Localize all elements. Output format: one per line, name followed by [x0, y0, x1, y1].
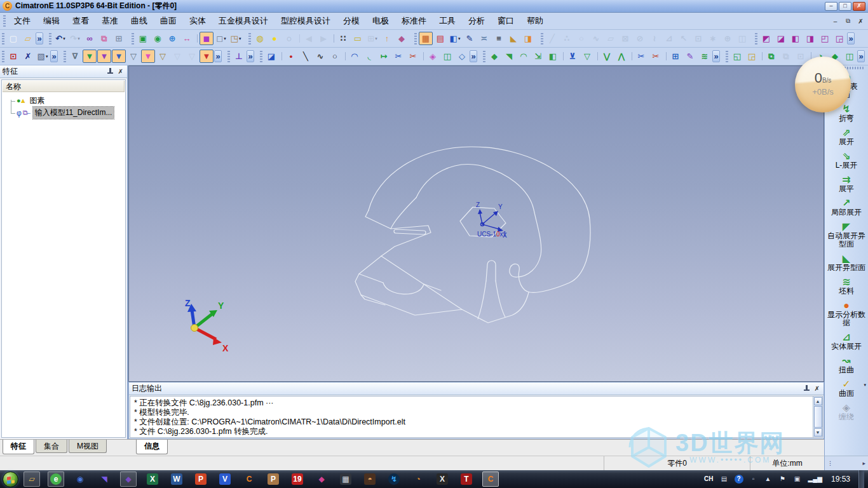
filter-points-button[interactable]: ▽ ▾: [156, 50, 170, 63]
display-mode-button[interactable]: ◳ ▾: [229, 32, 243, 45]
cube-view-front-button[interactable]: ◧ ▾: [789, 32, 803, 45]
minimize-button[interactable]: –: [825, 2, 837, 11]
tray-help-icon[interactable]: ?: [735, 474, 743, 484]
layers-button[interactable]: ≋ ▾: [698, 50, 712, 63]
taskbar-powerpoint-button[interactable]: P: [193, 471, 209, 487]
hide-tool-button[interactable]: ⊘ ▾: [633, 32, 647, 45]
pin-icon[interactable]: [804, 385, 810, 392]
w-fold-button[interactable]: ⋀ ▾: [614, 50, 628, 63]
menu-item[interactable]: 查看: [66, 13, 95, 29]
point-button[interactable]: • ▾: [284, 50, 298, 63]
taskbar-app-19-button[interactable]: 19: [289, 471, 306, 487]
open-solid-button[interactable]: ◲ ▾: [745, 50, 759, 63]
mdi-restore-button[interactable]: ⧉: [843, 17, 853, 26]
toolbar-grip-icon[interactable]: [2, 51, 4, 62]
wrap-button[interactable]: ◈ ▾ 缠绕: [825, 402, 868, 421]
menu-item[interactable]: 型腔模具设计: [275, 13, 337, 29]
flatten-button[interactable]: ⇉ ▾ 展平: [825, 174, 868, 193]
tube-tool-button[interactable]: ≀ ▾: [648, 32, 661, 45]
new-file-button[interactable]: ▢ ▾: [6, 32, 20, 45]
corner-button[interactable]: ◟ ▾: [362, 50, 376, 63]
extend-surface-button[interactable]: ⊻ ▾: [566, 50, 580, 63]
filter-components-button[interactable]: ▽ ▾: [185, 50, 199, 63]
export-assembly-button[interactable]: ◆ ▾: [395, 32, 409, 45]
view-glasses-button[interactable]: ∞ ▾: [83, 32, 97, 45]
toolbar-grip-icon[interactable]: [541, 33, 543, 44]
filter-edges-button[interactable]: ▼ ▾: [112, 50, 126, 63]
render-window-button[interactable]: ▣ ▾: [136, 32, 150, 45]
filter-curves-button[interactable]: ▼ ▾: [97, 50, 111, 63]
intersect-tool-button[interactable]: ⊠ ▾: [618, 32, 632, 45]
undo-button[interactable]: ↶ ▾: [53, 32, 67, 45]
taskbar-spider-button[interactable]: ◆: [120, 471, 137, 487]
axis-tool-button[interactable]: ⊿ ▾: [662, 32, 676, 45]
show-hide-button[interactable]: ◍ ▾: [253, 32, 267, 45]
v-fold-button[interactable]: ⋁ ▾: [600, 50, 614, 63]
pick-entity-button[interactable]: ⊡ ▾: [6, 50, 20, 63]
menu-item[interactable]: 五金模具设计: [212, 13, 275, 29]
unfold-freeform-button[interactable]: ◣ ▾ 展开异型面: [825, 253, 868, 272]
circle-tool-button[interactable]: ○ ▾: [574, 32, 588, 45]
swap-entities-button[interactable]: ∷ ▾: [336, 32, 350, 45]
toolbar-grip-icon[interactable]: [755, 33, 757, 44]
log-scrollbar[interactable]: ▲ ▼: [813, 396, 822, 437]
line-button[interactable]: ╲ ▾: [299, 50, 313, 63]
taskbar-flash-button[interactable]: ↯: [386, 471, 402, 487]
log-body[interactable]: * 正在转换文件 C:\8jg.236.030-1.pfm ···* 模型转换完…: [130, 396, 823, 438]
solid-unfold-button[interactable]: ⊿ ▾ 实体展开: [825, 332, 868, 351]
tray-action-center-icon[interactable]: ▣: [793, 474, 802, 484]
break-button[interactable]: ✂ ▾: [406, 50, 420, 63]
tree-row[interactable]: φ ⧉ ← 输入模型11_DirectIm...: [6, 107, 123, 119]
scroll-down-icon[interactable]: ▼: [814, 428, 822, 437]
menu-item[interactable]: 分模: [337, 13, 366, 29]
loft-surface-button[interactable]: ◠ ▾: [517, 50, 531, 63]
transform-button[interactable]: ✎ ▾: [683, 50, 697, 63]
mdi-close-button[interactable]: ✗: [855, 17, 866, 26]
taskbar-word-button[interactable]: W: [168, 471, 185, 487]
toolbar-overflow-button[interactable]: » ▾: [712, 50, 720, 62]
move-button[interactable]: ⊞ ▾: [668, 50, 682, 63]
delete-structure-button[interactable]: ⊞ ▾: [112, 32, 126, 45]
taskbar-dark-app-button[interactable]: ▦: [337, 471, 354, 487]
paste-solid-button[interactable]: ⧉ ▾: [779, 50, 793, 63]
tray-flag-icon[interactable]: ⚑: [778, 474, 787, 484]
taskbar-explorer-button[interactable]: ▱: [24, 471, 40, 487]
wireframe-display-button[interactable]: ◻ ▾: [214, 32, 228, 45]
taskbar-graphics-app-button[interactable]: ◆: [313, 471, 330, 487]
taskbar-app-x-button[interactable]: X: [434, 471, 451, 487]
toolbar-overflow-button[interactable]: » ▾: [247, 50, 254, 62]
line-style-button[interactable]: ≍ ▾: [477, 32, 491, 45]
start-button[interactable]: [3, 471, 18, 487]
pin-icon[interactable]: [107, 68, 113, 75]
tray-network-icon[interactable]: ▂▄▆: [808, 474, 823, 484]
split-surface-button[interactable]: ✂ ▾: [649, 50, 663, 63]
copy-solid-button[interactable]: ⧉ ▾: [764, 50, 778, 63]
l-unfold-button[interactable]: ⇘ ▾ L-展开: [825, 151, 868, 170]
spline-button[interactable]: ∿ ▾: [313, 50, 327, 63]
line-width-button[interactable]: ≡ ▾: [492, 32, 506, 45]
menu-item[interactable]: 工具: [433, 13, 462, 29]
export-document-button[interactable]: ↑ ▾: [380, 32, 394, 45]
axis-point-tool-button[interactable]: ⊕ ▾: [721, 32, 735, 45]
toolbar-overflow-button[interactable]: » ▾: [36, 32, 43, 44]
tab-m-views[interactable]: M视图: [69, 440, 107, 453]
open-file-button[interactable]: ▱ ▾: [21, 32, 35, 45]
trim-button[interactable]: ✂ ▾: [391, 50, 405, 63]
taskbar-app-v-button[interactable]: V: [217, 471, 233, 487]
show-analysis-button[interactable]: ● ▾ 显示分析数 据: [825, 300, 868, 327]
viewport-canvas[interactable]: Z Y X UCS-10x1 Z Y X: [128, 65, 824, 382]
toolbar-grip-icon[interactable]: [64, 51, 66, 62]
tab-info[interactable]: 信息: [136, 440, 168, 454]
cut-surface-button[interactable]: ✂ ▾: [634, 50, 648, 63]
ucs-marker[interactable]: [478, 209, 503, 232]
toolbar-overflow-button[interactable]: » ▾: [214, 50, 222, 62]
taskbar-cimatron-active-button[interactable]: C: [482, 471, 499, 487]
twist-button[interactable]: ↝ ▾ 扭曲: [825, 355, 868, 374]
sketcher-button[interactable]: ◪ ▾: [264, 50, 278, 63]
mirror-surface-button[interactable]: ◧ ▾: [546, 50, 560, 63]
tab-sets[interactable]: 集合: [36, 440, 67, 453]
blank-button[interactable]: ≋ ▾ 坯料: [825, 276, 868, 295]
paint-attributes-button[interactable]: ◣ ▾: [506, 32, 520, 45]
taskbar-palette-button[interactable]: ◔: [410, 471, 426, 487]
scroll-thumb[interactable]: [814, 406, 822, 428]
